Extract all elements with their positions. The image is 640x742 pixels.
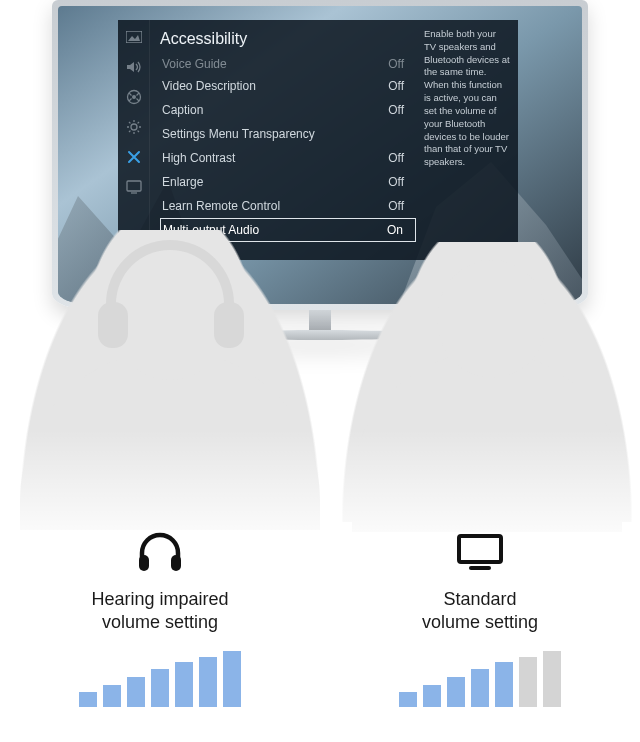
accessibility-icon[interactable] bbox=[125, 148, 143, 166]
settings-sidebar bbox=[118, 20, 150, 260]
svg-point-2 bbox=[132, 95, 136, 99]
tv-icon bbox=[455, 530, 505, 574]
settings-list: Accessibility Voice Guide Off Video Desc… bbox=[150, 20, 416, 260]
column-hearing-impaired: Hearing impaired volume setting bbox=[0, 530, 320, 740]
svg-rect-16 bbox=[459, 536, 501, 562]
column-label: Hearing impaired volume setting bbox=[91, 588, 228, 633]
setting-value: Off bbox=[388, 199, 408, 213]
column-label: Standard volume setting bbox=[422, 588, 538, 633]
setting-video-description[interactable]: Video Description Off bbox=[160, 74, 416, 98]
sound-icon[interactable] bbox=[125, 58, 143, 76]
picture-icon[interactable] bbox=[125, 28, 143, 46]
settings-panel: Accessibility Voice Guide Off Video Desc… bbox=[118, 20, 518, 260]
silhouette-headphone-user bbox=[20, 230, 320, 520]
headphones-icon bbox=[136, 530, 184, 574]
svg-line-9 bbox=[137, 131, 138, 132]
setting-enlarge[interactable]: Enlarge Off bbox=[160, 170, 416, 194]
silhouette-standard-user bbox=[342, 242, 632, 522]
column-standard: Standard volume setting bbox=[320, 530, 640, 740]
settings-title: Accessibility bbox=[160, 26, 416, 54]
setting-caption[interactable]: Caption Off bbox=[160, 98, 416, 122]
svg-rect-0 bbox=[126, 31, 142, 43]
setting-label: High Contrast bbox=[162, 151, 235, 165]
setting-high-contrast[interactable]: High Contrast Off bbox=[160, 146, 416, 170]
svg-line-8 bbox=[129, 122, 130, 123]
setting-label: Enlarge bbox=[162, 175, 203, 189]
setting-label: Video Description bbox=[162, 79, 256, 93]
setting-value: Off bbox=[388, 175, 408, 189]
svg-rect-15 bbox=[171, 555, 181, 571]
setting-label: Voice Guide bbox=[162, 57, 227, 71]
setting-value: Off bbox=[388, 103, 408, 117]
volume-bars-hearing-impaired bbox=[79, 651, 241, 707]
system-icon[interactable] bbox=[125, 118, 143, 136]
network-icon[interactable] bbox=[125, 88, 143, 106]
svg-line-11 bbox=[137, 122, 138, 123]
svg-rect-14 bbox=[139, 555, 149, 571]
svg-line-10 bbox=[129, 131, 130, 132]
setting-label: Learn Remote Control bbox=[162, 199, 280, 213]
info-columns: Hearing impaired volume setting Standard… bbox=[0, 530, 640, 740]
volume-bars-standard bbox=[399, 651, 561, 707]
setting-menu-transparency[interactable]: Settings Menu Transparency bbox=[160, 122, 416, 146]
setting-value: Off bbox=[388, 57, 408, 71]
setting-label: Settings Menu Transparency bbox=[162, 127, 315, 141]
setting-value: Off bbox=[388, 79, 408, 93]
settings-help-text: Enable both your TV speakers and Bluetoo… bbox=[416, 20, 518, 260]
setting-value: Off bbox=[388, 151, 408, 165]
svg-rect-12 bbox=[127, 181, 141, 191]
setting-value: On bbox=[387, 223, 407, 237]
setting-label: Caption bbox=[162, 103, 203, 117]
support-icon[interactable] bbox=[125, 178, 143, 196]
setting-voice-guide[interactable]: Voice Guide Off bbox=[160, 54, 416, 74]
setting-learn-remote-control[interactable]: Learn Remote Control Off bbox=[160, 194, 416, 218]
svg-point-3 bbox=[131, 124, 137, 130]
